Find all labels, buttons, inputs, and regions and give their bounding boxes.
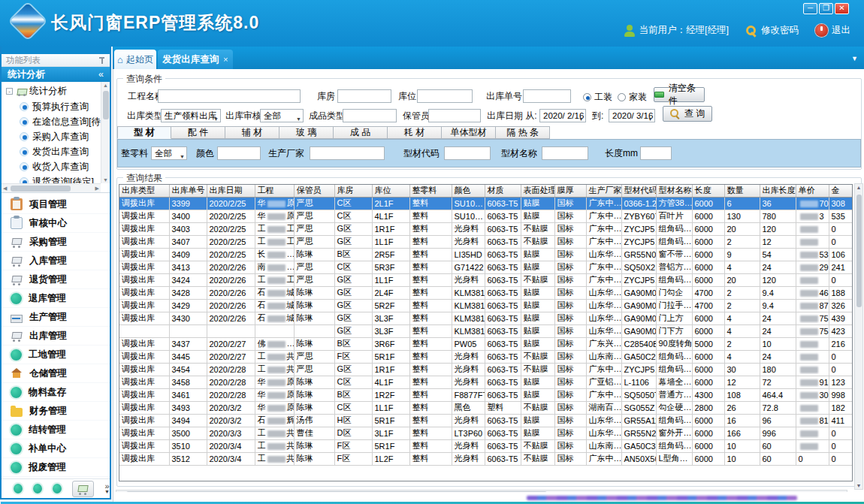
column-header[interactable]: 生产厂家 (586, 185, 621, 197)
column-header[interactable]: 出库单号 (169, 185, 207, 197)
table-row[interactable]: 调拨出库34582020/2/28华原…陈琳C区4L1F整料光身料6063-T5… (119, 376, 853, 388)
scroll-left-icon[interactable]: ◀ (3, 186, 7, 192)
change-password-button[interactable]: 修改密码 (745, 24, 799, 37)
length-input[interactable] (640, 146, 672, 160)
column-header[interactable]: 颜色 (452, 185, 485, 197)
keeper-input[interactable] (428, 109, 481, 122)
clear-conditions-button[interactable]: 清空条件 (654, 87, 705, 102)
table-row[interactable]: 调拨出库34292020/2/26石城陈琳G区5R2F整料KLM38176063… (119, 299, 853, 312)
stats-section-header[interactable]: 统计分析 « (2, 67, 110, 82)
sidebar-item-circle[interactable]: 工地管理 (2, 346, 110, 364)
radio-gongzhuang[interactable]: 工装 (583, 91, 612, 104)
tree-item[interactable]: 预算执行查询 (2, 99, 101, 114)
scroll-up-icon[interactable]: ▲ (101, 83, 110, 88)
module-dot-icon[interactable] (14, 484, 23, 493)
column-header[interactable]: 材质 (485, 185, 521, 197)
tree-root-stats[interactable]: - 统计分析 (2, 83, 101, 99)
name-input[interactable] (542, 146, 588, 160)
tab-outbound-query[interactable]: 发货出库查询 × (158, 50, 233, 69)
tree-item[interactable]: 收货入库查询 (2, 159, 101, 174)
table-row[interactable]: 调拨出库34282020/2/26石城陈琳G区2L4F整料KLM38176063… (119, 286, 853, 299)
order-no-input[interactable] (523, 89, 571, 103)
tree-expander-icon[interactable]: - (6, 88, 13, 95)
column-header[interactable]: 工程 (255, 185, 294, 197)
sidebar-overflow-button[interactable]: »▼ (104, 483, 110, 495)
sidebar-item-cart[interactable]: 出库管理 (2, 327, 110, 346)
tab-close-icon[interactable]: × (223, 55, 228, 64)
tree-item[interactable]: 在途信息查询[待 (2, 114, 101, 129)
sidebar-item-cart[interactable]: 退货管理 (2, 270, 110, 289)
scrollbar-thumb[interactable] (11, 186, 71, 192)
column-header[interactable]: 型材名称 (656, 185, 692, 197)
sidebar-item-circle[interactable]: 结转管理 (2, 421, 110, 439)
table-row[interactable]: 调拨出库34452020/2/27工共工程严思F区5R1F整料光身料6063-T… (119, 350, 853, 363)
date-from-select[interactable]: 2020/ 2/16 (539, 109, 586, 122)
scroll-right-icon[interactable]: ▶ (95, 186, 99, 192)
column-header[interactable]: 库房 (334, 185, 372, 197)
scrollbar-thumb[interactable] (856, 195, 862, 307)
column-header[interactable]: 库位 (372, 185, 409, 197)
table-row[interactable]: 调拨出库34072020/2/25工工程严思G区1L1F整料光身料6063-T5… (119, 235, 853, 248)
sidebar-item-cart[interactable]: 入库管理 (2, 252, 110, 270)
table-row[interactable]: 调拨出库34942020/3/2石辉城汤伟H区5R1F整料光身料6063-T5贴… (119, 414, 853, 427)
column-header[interactable]: 保管员 (294, 185, 334, 197)
close-button[interactable]: ✕ (835, 3, 849, 14)
column-header[interactable]: 出库长度 (760, 185, 796, 197)
table-row[interactable]: 调拨出库34032020/2/25工工程严思G区1R1F整料光身料6063-T5… (119, 222, 853, 235)
tree-item[interactable]: 退货查询[待定] (2, 174, 101, 183)
material-tab[interactable]: 单体型材 (442, 126, 496, 139)
scrollbar-thumb[interactable] (103, 91, 109, 119)
column-header[interactable]: 出库日期 (207, 185, 255, 197)
collapse-icon[interactable]: « (98, 69, 104, 80)
column-header[interactable]: 金 (829, 185, 853, 197)
search-button[interactable]: 查 询 (663, 106, 712, 122)
sidebar-item-circle[interactable]: 报废管理 (2, 458, 110, 477)
tree-item[interactable]: 采购入库查询 (2, 129, 101, 144)
scroll-down-icon[interactable]: ▼ (101, 177, 110, 183)
audit-select[interactable]: 全部 (260, 109, 304, 122)
maximize-button[interactable]: ❐ (819, 3, 833, 14)
table-row[interactable]: 调拨出库34932020/3/2华原…陈琳C区1L1F整料黑色塑料不贴膜国标湖南… (119, 401, 853, 414)
material-tab[interactable]: 玻 璃 (279, 126, 334, 139)
tab-overflow-icon[interactable]: ▼ (851, 55, 858, 62)
column-header[interactable]: 型材代码 (621, 185, 656, 197)
table-row[interactable]: 调拨出库35102020/3/4工共工程陈琳F区5R1F整料光身料6063-T5… (119, 439, 853, 452)
product-type-input[interactable] (343, 109, 397, 122)
grid-vertical-scrollbar[interactable]: ▲ ▼ (854, 183, 863, 490)
module-dot-icon[interactable] (33, 484, 42, 493)
radio-jiazhuang[interactable]: 家装 (618, 91, 647, 104)
maker-input[interactable] (310, 146, 385, 160)
color-input[interactable] (217, 146, 261, 160)
material-tab[interactable]: 辅 材 (225, 126, 279, 139)
whole-select[interactable]: 全部 (151, 146, 187, 160)
sidebar-item-clip-orange[interactable]: 项目管理 (2, 195, 110, 214)
material-tab[interactable]: 成 品 (334, 126, 388, 139)
material-tab[interactable]: 耗 材 (388, 126, 442, 139)
warehouse-input[interactable] (337, 89, 391, 103)
table-row[interactable]: 调拨出库35122020/3/4工共工程陈琳F区1L2F整料光身料6063-T5… (119, 452, 853, 465)
column-header[interactable]: 表面处理 (521, 185, 554, 197)
table-row[interactable]: 调拨出库34372020/2/27佛…陈琳B区3R6F整料PW056063-T5… (119, 337, 853, 350)
sidebar-item-circle[interactable]: 退库管理 (2, 289, 110, 308)
tab-home[interactable]: ⌂ 起始页 (114, 50, 156, 69)
module-dot-icon[interactable] (53, 484, 62, 493)
sidebar-item-circle[interactable]: 物料盘存 (2, 383, 110, 402)
material-tab[interactable]: 型 材 (117, 126, 171, 139)
code-input[interactable] (444, 146, 491, 160)
table-row[interactable]: G区3L3F整料KLM38176063-T5贴膜国标山东华…GA90M09.门下… (119, 324, 853, 337)
column-header[interactable]: 长度 (692, 185, 724, 197)
date-to-select[interactable]: 2020/ 3/16 (609, 109, 655, 122)
sidebar-item-prod[interactable]: 生产管理 (2, 308, 110, 327)
minimize-button[interactable]: ─ (803, 3, 817, 14)
sidebar-item-clip-blue[interactable]: 审核中心 (2, 214, 110, 233)
column-header[interactable]: 出库类型 (119, 185, 169, 197)
table-row[interactable]: 调拨出库34302020/2/26石城陈琳G区3L3F整料KLM38176063… (119, 312, 853, 324)
logout-button[interactable]: 退出 (815, 24, 850, 37)
pin-icon[interactable] (98, 56, 105, 65)
table-row[interactable]: 调拨出库35002020/3/3工共工程曹佳D区3L1F整料LT3P606063… (119, 427, 853, 439)
column-header[interactable]: 整零料 (409, 185, 452, 197)
column-header[interactable]: 单价 (796, 185, 829, 197)
column-header[interactable]: 数量 (724, 185, 760, 197)
location-input[interactable] (417, 89, 473, 103)
tree-vertical-scrollbar[interactable]: ▲ ▼ (101, 82, 110, 183)
